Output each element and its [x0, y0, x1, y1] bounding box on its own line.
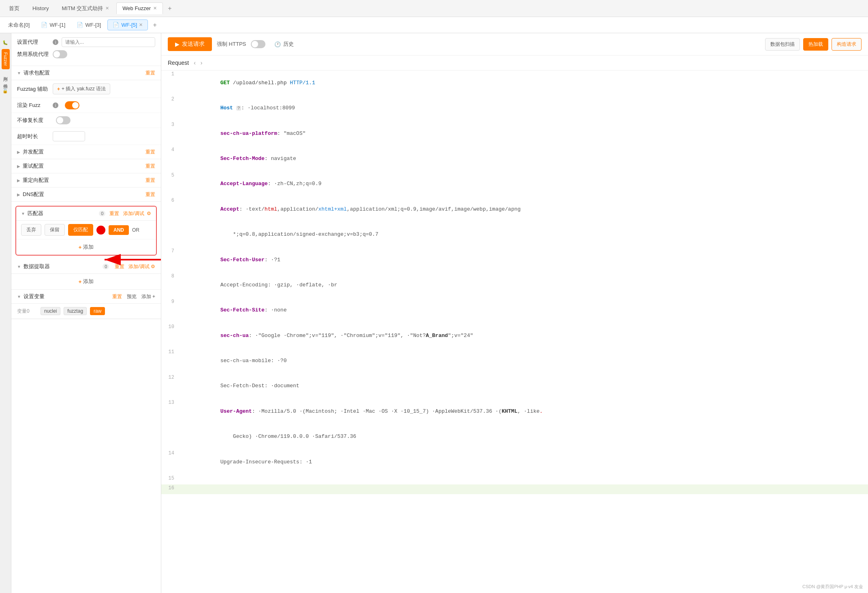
scan-packet-button[interactable]: 数据包扫描 [765, 38, 800, 51]
line-content-12[interactable]: Sec-Fetch-Dest: ·document [179, 374, 868, 399]
concurrency-config-header[interactable]: ▶ 并发配置 重置 [11, 145, 161, 159]
extractor-add-row[interactable]: + 添加 [11, 274, 161, 289]
code-line-13: 13 User-Agent: ·Mozilla/5.0 ·(Macintosh;… [161, 399, 868, 450]
side-strip-seq[interactable]: 序列 [1, 70, 10, 77]
code-line-6: 6 Accept: ·text/html,application/xhtml+x… [161, 197, 868, 247]
build-request-button[interactable]: 构造请求 [832, 38, 862, 51]
proxy-info-icon[interactable]: i [53, 39, 58, 45]
matcher-reset-btn[interactable]: 重置 [109, 210, 119, 217]
var-reset[interactable]: 重置 [112, 293, 122, 300]
insert-icon: + [57, 86, 60, 92]
line-num-3: 3 [161, 121, 179, 129]
extractor-reset[interactable]: 重置 [115, 263, 124, 270]
side-strip-lock[interactable]: 🔒 [1, 85, 10, 96]
code-editor[interactable]: 1 GET /upload/shell.php HTTP/1.1 2 Host … [161, 70, 868, 593]
var-fuzztag-tag[interactable]: fuzztag [64, 307, 87, 315]
line-content-4[interactable]: Sec-Fetch-Mode: navigate [179, 146, 868, 171]
line-content-13[interactable]: User-Agent: ·Mozilla/5.0 ·(Macintosh; ·I… [179, 399, 868, 450]
wf-tab-3[interactable]: 📄 WF-[3] [72, 20, 106, 30]
extractor-header[interactable]: ▼ 数据提取器 0 重置 添加/调试 ⚙ [11, 260, 161, 274]
dns-config-header[interactable]: ▶ DNS配置 重置 [11, 188, 161, 202]
wf-tab-unnamed[interactable]: 未命名[0] [3, 19, 34, 31]
or-label[interactable]: OR [132, 227, 139, 233]
close-wf5-icon[interactable]: ✕ [139, 22, 143, 28]
line-content-11[interactable]: sec-ch-ua-mobile: ·?0 [179, 348, 868, 373]
wf-tab-1[interactable]: 📄 WF-[1] [36, 20, 70, 30]
concurrency-reset[interactable]: 重置 [145, 149, 155, 156]
keep-button[interactable]: 保留 [45, 224, 65, 236]
retry-config-header[interactable]: ▶ 重试配置 重置 [11, 159, 161, 173]
line-content-3[interactable]: sec-ch-ua-platform: "macOS" [179, 121, 868, 146]
code-line-2: 2 Host ?: ·localhost:8099 [161, 96, 868, 121]
dns-reset[interactable]: 重置 [145, 191, 155, 198]
send-request-button[interactable]: ▶ 发送请求 [168, 37, 212, 51]
side-strip-plugin[interactable]: 插件 [1, 77, 10, 84]
variables-header: ▼ 设置变量 重置 预览 添加 + [11, 290, 161, 304]
line-content-16[interactable] [179, 484, 868, 494]
add-wf-tab-button[interactable]: + [150, 20, 160, 30]
line-num-14: 14 [161, 450, 179, 457]
side-strip-fuzzer[interactable]: Fuzzer [2, 49, 10, 69]
send-icon: ▶ [175, 41, 180, 47]
request-header: Request ‹ › [161, 55, 868, 70]
discard-button[interactable]: 丢弃 [21, 224, 41, 236]
tab-webfuzzer[interactable]: Web Fuzzer ✕ [116, 2, 163, 14]
matcher-add-test-btn[interactable]: 添加/调试 ⚙ [123, 210, 151, 217]
render-fuzz-info-icon[interactable]: i [53, 102, 58, 108]
prev-arrow[interactable]: ‹ [192, 59, 197, 67]
render-fuzz-label: 渲染 Fuzz [17, 102, 49, 109]
hot-load-button[interactable]: 热加载 [803, 38, 828, 51]
line-content-5[interactable]: Accept-Language: ·zh-CN,zh;q=0.9 [179, 172, 868, 197]
extractor-chevron: ▼ [17, 265, 21, 269]
render-fuzz-toggle[interactable] [65, 101, 79, 109]
request-config-reset[interactable]: 重置 [145, 70, 155, 77]
insert-fuzztag-button[interactable]: + + 插入 yak.fuzz 语法 [53, 83, 110, 94]
history-button[interactable]: 🕐 历史 [270, 38, 298, 50]
line-content-1[interactable]: GET /upload/shell.php HTTP/1.1 [179, 70, 868, 96]
line-content-15[interactable] [179, 475, 868, 483]
request-config-header[interactable]: ▼ 请求包配置 重置 [11, 66, 161, 80]
line-content-6[interactable]: Accept: ·text/html,application/xhtml+xml… [179, 197, 868, 247]
forced-https-toggle[interactable] [251, 40, 265, 48]
matcher-add-label: 添加 [83, 243, 94, 251]
wf-tab-3-label: WF-[3] [85, 22, 101, 28]
var-add[interactable]: 添加 + [141, 293, 155, 300]
and-button[interactable]: AND [109, 225, 129, 235]
disable-proxy-toggle[interactable] [53, 50, 67, 58]
matcher-add-row[interactable]: + 添加 [16, 239, 156, 255]
tab-mitm[interactable]: MITM 交互式劫持 ✕ [56, 2, 115, 15]
history-icon: 🕐 [274, 41, 281, 47]
tab-home-label: 首页 [9, 5, 19, 12]
line-content-10[interactable]: sec-ch-ua: ·"Google ·Chrome";v="119", ·"… [179, 323, 868, 348]
var-nuclei-tag[interactable]: nuclei [41, 307, 60, 315]
forced-https-label: 强制 HTTPS [217, 41, 246, 48]
main-layout: 🐛 Fuzzer 序列 插件 🔒 设置代理 i 禁用系统代理 ▼ 请求包配置 重… [0, 33, 868, 593]
line-content-7[interactable]: Sec-Fetch-User: ·?1 [179, 247, 868, 273]
line-content-8[interactable]: Accept-Encoding: ·gzip, ·deflate, ·br [179, 273, 868, 298]
retry-reset[interactable]: 重置 [145, 163, 155, 170]
close-mitm-tab-icon[interactable]: ✕ [105, 6, 109, 11]
line-content-14[interactable]: Upgrade-Insecure-Requests: ·1 [179, 450, 868, 475]
tab-home[interactable]: 首页 [3, 2, 25, 15]
tab-history[interactable]: History [27, 3, 54, 14]
var-preview[interactable]: 预览 [127, 293, 137, 300]
line-content-9[interactable]: Sec-Fetch-Site: ·none [179, 298, 868, 323]
no-fix-length-label: 不修复长度 [17, 117, 49, 124]
code-line-12: 12 Sec-Fetch-Dest: ·document [161, 374, 868, 399]
redirect-config-header[interactable]: ▶ 重定向配置 重置 [11, 173, 161, 188]
timeout-input[interactable]: 30 [53, 131, 85, 141]
side-strip-bug[interactable]: 🐛 [1, 36, 10, 48]
extractor-add-test[interactable]: 添加/调试 ⚙ [128, 263, 155, 270]
redirect-reset[interactable]: 重置 [145, 177, 155, 184]
watermark: CSDN @黄乔国PHP μ·v4 友金 [802, 584, 863, 590]
no-fix-length-toggle[interactable] [56, 116, 71, 124]
code-line-14: 14 Upgrade-Insecure-Requests: ·1 [161, 450, 868, 475]
wf-tab-5[interactable]: 📄 WF-[5] ✕ [107, 19, 148, 30]
close-webfuzzer-tab-icon[interactable]: ✕ [153, 6, 157, 11]
next-arrow[interactable]: › [199, 59, 204, 67]
line-content-2[interactable]: Host ?: ·localhost:8099 [179, 96, 868, 121]
proxy-input[interactable] [62, 37, 155, 47]
var-raw-tag[interactable]: raw [90, 307, 105, 315]
only-match-button[interactable]: 仅匹配 [68, 224, 93, 236]
add-tab-button[interactable]: + [165, 3, 175, 14]
